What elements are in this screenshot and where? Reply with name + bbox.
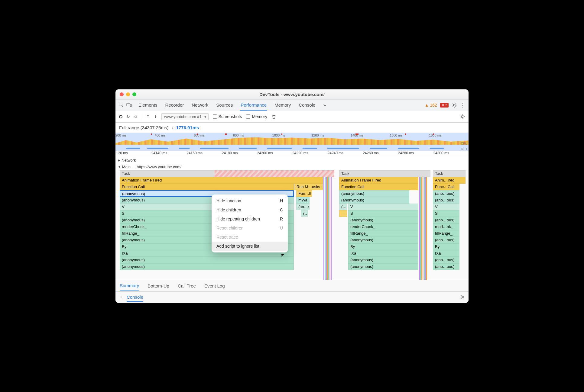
- tab-recorder[interactable]: Recorder: [165, 100, 185, 111]
- tab-call-tree[interactable]: Call Tree: [178, 281, 196, 291]
- flame-row[interactable]: (anonymous): [120, 257, 294, 263]
- flame-anim-fired[interactable]: Anim…ired: [433, 177, 466, 184]
- flame-row[interactable]: By: [348, 243, 418, 250]
- flame-row[interactable]: (ano…ous): [433, 263, 459, 270]
- record-button[interactable]: [119, 115, 122, 118]
- device-icon[interactable]: [126, 102, 132, 108]
- cpu-label: CPU: [461, 142, 467, 145]
- gc-icon[interactable]: [271, 114, 276, 119]
- flame-row[interactable]: (anonymous): [339, 197, 409, 204]
- flame-function-call[interactable]: Function Call: [339, 184, 418, 190]
- tabs-more-icon[interactable]: »: [323, 100, 326, 111]
- breadcrumb-full[interactable]: Full range (34307.26ms): [119, 125, 168, 130]
- close-drawer-icon[interactable]: ✕: [460, 294, 465, 300]
- context-hide-repeating[interactable]: Hide repeating childrenR: [212, 214, 288, 223]
- tab-summary[interactable]: Summary: [120, 281, 139, 291]
- flame-anim-fired[interactable]: Animation Frame Fired: [120, 177, 323, 184]
- flame-row[interactable]: By: [433, 243, 459, 250]
- flame-chart[interactable]: Task Animation Frame Fired Function Call…: [115, 170, 469, 280]
- context-reset-trace: Reset trace: [212, 233, 288, 242]
- flame-row[interactable]: (ano…ous): [433, 257, 459, 263]
- context-add-ignore-list[interactable]: Add script to ignore list: [212, 242, 288, 251]
- flame-anim-fired[interactable]: Animation Frame Fired: [339, 177, 418, 184]
- perf-toolbar: ↻ ⊘ ⤒ ⤓ www.youtube.com #1 Screenshots M…: [115, 111, 469, 123]
- tab-network[interactable]: Network: [191, 100, 209, 111]
- svg-rect-1: [127, 104, 130, 106]
- overview-strip[interactable]: 200 ms400 ms600 ms800 ms1000 ms1200 ms14…: [115, 133, 469, 151]
- time-ruler[interactable]: 120 ms24140 ms24160 ms24180 ms24200 ms24…: [115, 151, 469, 157]
- tab-sources[interactable]: Sources: [216, 100, 233, 111]
- flame-row[interactable]: (anonymous): [348, 217, 418, 223]
- flame-row[interactable]: V: [433, 204, 459, 210]
- flame-row[interactable]: (anonymous): [339, 190, 409, 197]
- flame-row[interactable]: rend…nk_: [433, 223, 459, 230]
- upload-icon[interactable]: ⤒: [146, 114, 150, 119]
- flame-fun-call[interactable]: Fun…ll: [296, 190, 312, 197]
- net-label: NET: [461, 147, 467, 151]
- context-hide-children[interactable]: Hide childrenC: [212, 205, 288, 214]
- flame-paren[interactable]: (…: [301, 210, 308, 217]
- flame-row[interactable]: fillRange_: [348, 230, 418, 237]
- flame-function-call[interactable]: Function Call: [120, 184, 294, 190]
- titlebar: DevTools - www.youtube.com/: [115, 89, 469, 100]
- screenshots-checkbox[interactable]: Screenshots: [213, 114, 242, 119]
- flame-ans[interactable]: (an…s): [296, 204, 310, 210]
- drawer-more-icon[interactable]: ⋮: [119, 295, 123, 300]
- console-drawer-tab[interactable]: Console: [127, 293, 143, 302]
- flame-row[interactable]: fillRange_: [433, 230, 459, 237]
- profile-select-label: www.youtube.com #1: [164, 114, 202, 119]
- tab-event-log[interactable]: Event Log: [204, 281, 225, 291]
- errors-badge[interactable]: ✕ 2: [440, 103, 449, 108]
- inspect-icon[interactable]: [118, 102, 124, 108]
- flame-row[interactable]: IXa: [348, 250, 418, 257]
- screenshots-label: Screenshots: [219, 114, 242, 119]
- context-hide-function[interactable]: Hide functionH: [212, 196, 288, 205]
- flame-function-call[interactable]: Func…Call: [433, 184, 459, 190]
- main-track-header[interactable]: ▼Main — https://www.youtube.com/: [115, 164, 469, 170]
- tab-console[interactable]: Console: [298, 100, 316, 111]
- flame-row[interactable]: renderChunk_: [348, 223, 418, 230]
- svg-rect-2: [130, 104, 131, 107]
- tab-memory[interactable]: Memory: [274, 100, 291, 111]
- warnings-badge[interactable]: ▲ 162: [425, 103, 437, 108]
- errors-count: 2: [445, 103, 447, 107]
- reload-icon[interactable]: ↻: [127, 114, 130, 119]
- flame-row[interactable]: (ano…ous): [433, 237, 459, 243]
- download-icon[interactable]: ⤓: [154, 114, 157, 119]
- tab-bottom-up[interactable]: Bottom-Up: [148, 281, 169, 291]
- context-menu: Hide functionH Hide childrenC Hide repea…: [212, 194, 288, 252]
- flame-mwa[interactable]: mWa: [296, 197, 310, 204]
- tab-elements[interactable]: Elements: [138, 100, 158, 111]
- flame-row[interactable]: (anonymous): [348, 237, 418, 243]
- flame-row[interactable]: (ano…ous): [433, 217, 459, 223]
- console-drawer: ⋮ Console ✕: [115, 291, 469, 303]
- flame-row[interactable]: S: [348, 210, 418, 217]
- panel-tabs: Elements Recorder Network Sources Perfor…: [138, 100, 326, 111]
- flame-run-microtasks[interactable]: Run M…asks: [294, 184, 323, 190]
- flame-task[interactable]: Task: [433, 170, 466, 177]
- tracks-area: ▶Network ▼Main — https://www.youtube.com…: [115, 157, 469, 280]
- flame-row[interactable]: (anonymous): [348, 263, 418, 270]
- panel-settings-icon[interactable]: [459, 114, 465, 119]
- flame-row[interactable]: (anonymous): [120, 263, 294, 270]
- flame-row[interactable]: S: [433, 210, 459, 217]
- profile-select[interactable]: www.youtube.com #1: [161, 113, 209, 120]
- flame-row[interactable]: (ano…ous): [433, 190, 459, 197]
- flame-row[interactable]: [339, 210, 347, 217]
- flame-paren[interactable]: (…: [339, 204, 347, 210]
- breadcrumb-current[interactable]: 1776.91ms: [176, 125, 199, 130]
- flame-row[interactable]: (ano…ous): [433, 197, 459, 204]
- clear-icon[interactable]: ⊘: [134, 114, 138, 119]
- devtools-window: DevTools - www.youtube.com/ Elements Rec…: [115, 89, 469, 303]
- memory-checkbox[interactable]: Memory: [246, 114, 267, 119]
- more-icon[interactable]: ⋮: [460, 102, 466, 108]
- flame-row[interactable]: V: [348, 204, 418, 210]
- network-track-header[interactable]: ▶Network: [115, 157, 469, 164]
- memory-label: Memory: [252, 114, 267, 119]
- tab-performance[interactable]: Performance: [240, 100, 267, 111]
- flame-row[interactable]: (anonymous): [348, 257, 418, 263]
- flame-row[interactable]: IXa: [433, 250, 459, 257]
- flame-task[interactable]: Task: [339, 170, 430, 177]
- svg-point-3: [453, 104, 455, 106]
- settings-icon[interactable]: [452, 102, 457, 108]
